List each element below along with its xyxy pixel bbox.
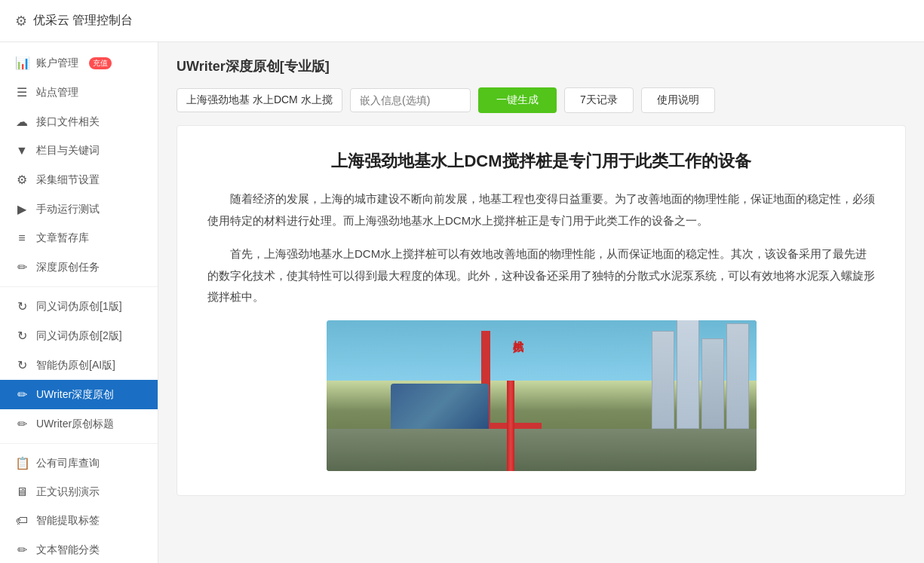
layout: 📊 账户管理 充值 ☰ 站点管理 ☁ 接口文件相关 ▼ 栏目与关键词 ⚙ 采集细… <box>0 42 924 563</box>
sidebar-item-site[interactable]: ☰ 站点管理 <box>0 78 158 107</box>
article-image: 机械厂 <box>327 320 757 471</box>
sidebar-section-1: 📊 账户管理 充值 ☰ 站点管理 ☁ 接口文件相关 ▼ 栏目与关键词 ⚙ 采集细… <box>0 48 158 282</box>
sidebar-item-manual[interactable]: ▶ 手动运行测试 <box>0 194 158 224</box>
sidebar-item-synonym2[interactable]: ↻ 同义词伪原创[2版] <box>0 321 158 350</box>
dictionary-icon: 📋 <box>15 456 29 470</box>
classify-icon: ✏ <box>15 543 29 557</box>
sidebar-item-smarttag[interactable]: 🏷 智能提取标签 <box>0 506 158 535</box>
building-3 <box>701 338 724 429</box>
logo: ⚙ 优采云 管理控制台 <box>15 13 133 29</box>
sidebar-item-uwriter-title[interactable]: ✏ UWriter原创标题 <box>0 409 158 439</box>
ai-icon: ↻ <box>15 358 29 372</box>
sidebar-item-label: UWriter深度原创 <box>36 388 114 402</box>
sidebar-item-label: 文章暂存库 <box>36 231 89 245</box>
header: ⚙ 优采云 管理控制台 <box>0 0 924 42</box>
gear-icon: ⚙ <box>15 13 27 29</box>
sidebar-item-deep[interactable]: ✏ 深度原创任务 <box>0 252 158 282</box>
sidebar-item-column[interactable]: ▼ 栏目与关键词 <box>0 136 158 165</box>
sidebar-item-label: 同义词伪原创[1版] <box>36 300 122 314</box>
sidebar-item-label: 正文识别演示 <box>36 485 100 499</box>
sidebar-item-collect[interactable]: ⚙ 采集细节设置 <box>0 165 158 194</box>
sidebar-item-classify[interactable]: ✏ 文本智能分类 <box>0 535 158 563</box>
article-para-2: 首先，上海强劲地基水上DCM水上搅拌桩可以有效地改善地面的物理性能，从而保证地面… <box>207 243 875 308</box>
sidebar-item-label: 智能提取标签 <box>36 514 100 528</box>
sidebar-section-3: 📋 公有司库查询 🖥 正文识别演示 🏷 智能提取标签 ✏ 文本智能分类 <box>0 448 158 563</box>
sidebar-item-ai[interactable]: ↻ 智能伪原创[AI版] <box>0 350 158 380</box>
page-title: UWriter深度原创[专业版] <box>177 57 906 75</box>
building-2 <box>677 320 699 429</box>
chart-icon: 📊 <box>15 56 29 70</box>
sidebar-item-label: 智能伪原创[AI版] <box>36 359 115 372</box>
cloud-icon: ☁ <box>15 115 29 129</box>
monitor-icon: 🖥 <box>15 485 29 499</box>
sidebar: 📊 账户管理 充值 ☰ 站点管理 ☁ 接口文件相关 ▼ 栏目与关键词 ⚙ 采集细… <box>0 42 158 563</box>
sidebar-item-label: 公有司库查询 <box>36 457 100 470</box>
play-icon: ▶ <box>15 202 29 216</box>
sidebar-item-label: 采集细节设置 <box>36 173 100 187</box>
sidebar-item-label: 站点管理 <box>36 86 78 99</box>
sidebar-item-draft[interactable]: ≡ 文章暂存库 <box>0 224 158 252</box>
sidebar-item-account[interactable]: 📊 账户管理 充值 <box>0 48 158 78</box>
tag-icon: 🏷 <box>15 514 29 528</box>
sidebar-item-label: 手动运行测试 <box>36 203 100 216</box>
list-icon: ☰ <box>15 85 29 99</box>
refresh-icon: ↻ <box>15 299 29 314</box>
content-scroll-area[interactable]: 上海强劲地基水上DCM搅拌桩是专门用于此类工作的设备 随着经济的发展，上海的城市… <box>177 126 905 495</box>
uwriter-title-icon: ✏ <box>15 417 29 431</box>
recharge-badge: 充值 <box>89 57 112 69</box>
article-content-box: 上海强劲地基水上DCM搅拌桩是专门用于此类工作的设备 随着经济的发展，上海的城市… <box>177 125 906 496</box>
sidebar-item-label: 文本智能分类 <box>36 543 100 557</box>
building-1 <box>652 331 674 429</box>
building-4 <box>726 323 749 429</box>
edit-icon: ✏ <box>15 260 29 274</box>
filter-icon: ▼ <box>15 144 29 158</box>
sidebar-item-recognition[interactable]: 🖥 正文识别演示 <box>0 478 158 506</box>
sidebar-item-interface[interactable]: ☁ 接口文件相关 <box>0 107 158 136</box>
article-title: 上海强劲地基水上DCM搅拌桩是专门用于此类工作的设备 <box>207 148 875 173</box>
divider-1 <box>0 286 158 287</box>
sidebar-item-label: 同义词伪原创[2版] <box>36 329 122 343</box>
divider-2 <box>0 443 158 444</box>
drill-post <box>507 381 514 471</box>
main-content: UWriter深度原创[专业版] 一键生成 7天记录 使用说明 上海强劲地基水上… <box>158 42 924 563</box>
settings-icon: ⚙ <box>15 173 29 187</box>
article-para-1: 随着经济的发展，上海的城市建设不断向前发展，地基工程也变得日益重要。为了改善地面… <box>207 188 875 231</box>
sidebar-item-label: 栏目与关键词 <box>36 144 100 158</box>
sidebar-item-synonym1[interactable]: ↻ 同义词伪原创[1版] <box>0 292 158 321</box>
history-button[interactable]: 7天记录 <box>564 87 634 113</box>
sidebar-item-label: 账户管理 <box>36 57 78 70</box>
sidebar-item-label: UWriter原创标题 <box>36 418 114 431</box>
storage-icon: ≡ <box>15 231 29 245</box>
refresh2-icon: ↻ <box>15 329 29 343</box>
sidebar-item-dictionary[interactable]: 📋 公有司库查询 <box>0 448 158 478</box>
embed-input[interactable] <box>350 88 471 112</box>
buildings <box>652 320 749 429</box>
ground <box>327 429 757 471</box>
app-title: 优采云 管理控制台 <box>33 13 133 29</box>
help-button[interactable]: 使用说明 <box>641 87 715 113</box>
sidebar-item-label: 接口文件相关 <box>36 115 100 129</box>
image-placeholder: 机械厂 <box>327 320 757 471</box>
sidebar-item-label: 深度原创任务 <box>36 261 100 274</box>
sidebar-item-uwriter[interactable]: ✏ UWriter深度原创 <box>0 380 158 409</box>
generate-button[interactable]: 一键生成 <box>478 87 557 113</box>
keyword-input[interactable] <box>177 88 342 112</box>
sidebar-section-2: ↻ 同义词伪原创[1版] ↻ 同义词伪原创[2版] ↻ 智能伪原创[AI版] ✏… <box>0 292 158 439</box>
toolbar: 一键生成 7天记录 使用说明 <box>177 87 906 113</box>
uwriter-icon: ✏ <box>15 387 29 402</box>
machinery-body <box>391 384 489 429</box>
equipment-label: 机械厂 <box>511 332 525 336</box>
